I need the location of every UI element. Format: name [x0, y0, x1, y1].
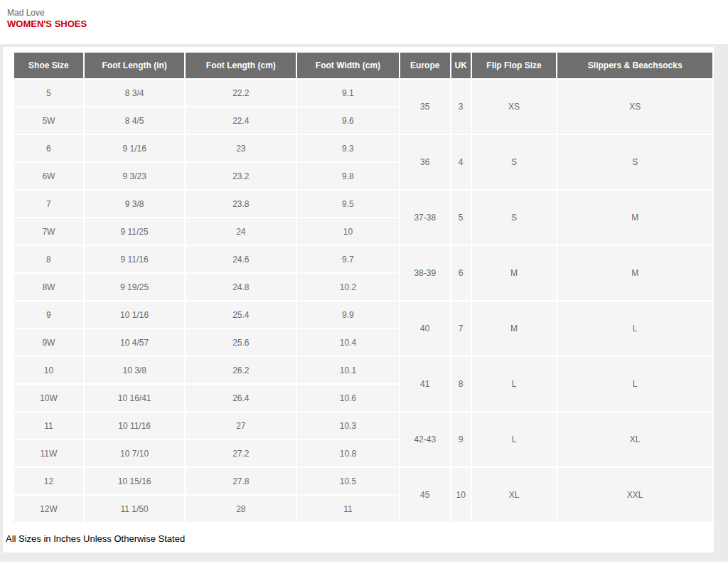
cell-foot-length-in: 8 3/4	[85, 80, 185, 106]
cell-foot-width-cm: 9.8	[297, 163, 399, 189]
cell-uk: 9	[451, 412, 471, 466]
cell-foot-width-cm: 9.7	[297, 246, 399, 272]
cell-foot-width-cm: 9.3	[297, 135, 399, 161]
cell-shoe-size: 5	[14, 80, 83, 106]
cell-shoe-size: 7	[14, 191, 83, 217]
cell-shoe-size: 12	[14, 468, 83, 494]
column-header-foot-length-in: Foot Length (in)	[85, 53, 185, 78]
cell-flip-flop-size: S	[472, 135, 557, 189]
cell-foot-width-cm: 9.1	[297, 80, 399, 106]
content-card: Shoe Size Foot Length (in) Foot Length (…	[3, 47, 714, 553]
cell-foot-length-in: 9 19/25	[85, 274, 185, 300]
cell-flip-flop-size: L	[472, 412, 557, 466]
table-row: 10 10 3/8 26.2 10.1 41 8 L L	[14, 357, 712, 383]
column-header-slippers-beachsocks: Slippers & Beachsocks	[557, 53, 712, 78]
cell-europe: 41	[400, 357, 450, 411]
brand-name: Mad Love	[7, 8, 728, 18]
column-header-europe: Europe	[400, 53, 450, 78]
cell-shoe-size: 7W	[14, 218, 83, 245]
cell-shoe-size: 8	[14, 246, 83, 272]
cell-foot-length-in: 9 3/23	[85, 163, 185, 189]
table-row: 6 9 1/16 23 9.3 36 4 S S	[14, 135, 712, 161]
cell-foot-length-in: 8 4/5	[85, 107, 185, 134]
cell-shoe-size: 12W	[14, 496, 83, 522]
cell-foot-width-cm: 9.6	[297, 107, 399, 134]
cell-foot-width-cm: 10.4	[297, 329, 399, 356]
cell-uk: 3	[451, 80, 471, 134]
cell-foot-length-in: 10 15/16	[85, 468, 185, 494]
table-row: 8 9 11/16 24.6 9.7 38-39 6 M M	[14, 246, 712, 272]
table-row: 9 10 1/16 25.4 9.9 40 7 M L	[14, 301, 712, 328]
cell-foot-width-cm: 10	[297, 218, 399, 245]
cell-foot-width-cm: 10.1	[297, 357, 399, 383]
cell-foot-length-in: 10 3/8	[85, 357, 185, 383]
cell-europe: 35	[400, 80, 450, 134]
cell-foot-length-in: 9 11/16	[85, 246, 185, 272]
size-chart-wrap: Shoe Size Foot Length (in) Foot Length (…	[3, 51, 714, 523]
cell-slippers-beachsocks: XS	[557, 80, 712, 134]
cell-flip-flop-size: XL	[472, 468, 557, 522]
cell-shoe-size: 6	[14, 135, 83, 161]
cell-foot-length-cm: 24.8	[186, 274, 296, 300]
cell-foot-length-cm: 26.4	[186, 385, 296, 411]
cell-shoe-size: 9W	[14, 329, 83, 356]
cell-uk: 4	[451, 135, 471, 189]
cell-foot-length-in: 10 1/16	[85, 301, 185, 328]
cell-europe: 42-43	[400, 412, 450, 466]
cell-foot-width-cm: 10.6	[297, 385, 399, 411]
cell-foot-length-cm: 24.6	[186, 246, 296, 272]
cell-foot-width-cm: 11	[297, 496, 399, 522]
cell-europe: 37-38	[400, 191, 450, 245]
cell-flip-flop-size: M	[472, 301, 557, 356]
cell-foot-length-in: 9 3/8	[85, 191, 185, 217]
cell-foot-length-cm: 27.2	[186, 440, 296, 466]
cell-foot-length-cm: 23	[186, 135, 296, 161]
cell-uk: 10	[451, 468, 471, 522]
cell-shoe-size: 11W	[14, 440, 83, 466]
cell-foot-length-cm: 25.4	[186, 301, 296, 328]
cell-shoe-size: 10W	[14, 385, 83, 411]
cell-shoe-size: 5W	[14, 107, 83, 134]
table-row: 7 9 3/8 23.8 9.5 37-38 5 S M	[14, 191, 712, 217]
cell-flip-flop-size: L	[472, 357, 557, 411]
column-header-shoe-size: Shoe Size	[14, 53, 83, 78]
cell-shoe-size: 11	[14, 412, 83, 439]
column-header-flip-flop-size: Flip Flop Size	[472, 53, 557, 78]
cell-foot-length-in: 10 16/41	[85, 385, 185, 411]
cell-foot-width-cm: 10.3	[297, 412, 399, 439]
cell-foot-length-cm: 27.8	[186, 468, 296, 494]
cell-flip-flop-size: XS	[472, 80, 557, 134]
cell-shoe-size: 9	[14, 301, 83, 328]
cell-slippers-beachsocks: XL	[557, 412, 712, 466]
table-row: 11 10 11/16 27 10.3 42-43 9 L XL	[14, 412, 712, 439]
column-header-foot-length-cm: Foot Length (cm)	[186, 53, 296, 78]
cell-uk: 5	[451, 191, 471, 245]
cell-foot-length-cm: 23.8	[186, 191, 296, 217]
table-row: 12 10 15/16 27.8 10.5 45 10 XL XXL	[14, 468, 712, 494]
cell-europe: 36	[400, 135, 450, 189]
cell-shoe-size: 6W	[14, 163, 83, 189]
cell-europe: 38-39	[400, 246, 450, 300]
table-row: 5 8 3/4 22.2 9.1 35 3 XS XS	[14, 80, 712, 106]
cell-foot-length-in: 11 1/50	[85, 496, 185, 522]
cell-foot-length-in: 9 1/16	[85, 135, 185, 161]
cell-shoe-size: 10	[14, 357, 83, 383]
page-title: WOMEN'S SHOES	[7, 18, 728, 30]
cell-europe: 45	[400, 468, 450, 522]
column-header-uk: UK	[451, 53, 471, 78]
cell-slippers-beachsocks: S	[557, 135, 712, 189]
cell-foot-length-cm: 23.2	[186, 163, 296, 189]
cell-foot-length-cm: 24	[186, 218, 296, 245]
cell-slippers-beachsocks: XXL	[557, 468, 712, 522]
cell-slippers-beachsocks: L	[557, 357, 712, 411]
content-panel: Shoe Size Foot Length (in) Foot Length (…	[0, 44, 728, 562]
cell-foot-length-in: 10 4/57	[85, 329, 185, 356]
cell-uk: 8	[451, 357, 471, 411]
cell-flip-flop-size: M	[472, 246, 557, 300]
size-chart-table: Shoe Size Foot Length (in) Foot Length (…	[13, 51, 714, 523]
cell-europe: 40	[400, 301, 450, 356]
cell-flip-flop-size: S	[472, 191, 557, 245]
cell-foot-length-in: 9 11/25	[85, 218, 185, 245]
cell-foot-width-cm: 9.5	[297, 191, 399, 217]
cell-foot-length-cm: 28	[186, 496, 296, 522]
